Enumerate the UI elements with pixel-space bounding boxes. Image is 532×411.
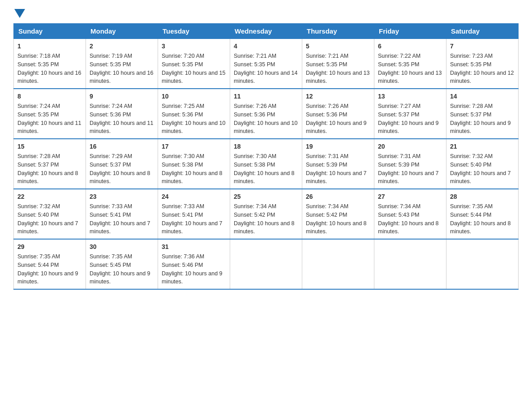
sunrise-label: Sunrise: 7:31 AM: [306, 153, 348, 159]
daylight-label: Daylight: 10 hours and 7 minutes.: [17, 220, 78, 235]
sunrise-label: Sunrise: 7:34 AM: [234, 203, 276, 210]
sunrise-label: Sunrise: 7:33 AM: [162, 203, 204, 210]
calendar-cell: 3Sunrise: 7:20 AMSunset: 5:35 PMDaylight…: [158, 39, 230, 89]
sunrise-label: Sunrise: 7:29 AM: [90, 153, 132, 159]
daylight-label: Daylight: 10 hours and 9 minutes.: [378, 120, 439, 135]
calendar-cell: 10Sunrise: 7:25 AMSunset: 5:36 PMDayligh…: [158, 89, 230, 139]
calendar-cell: 19Sunrise: 7:31 AMSunset: 5:39 PMDayligh…: [302, 139, 374, 189]
week-row-5: 29Sunrise: 7:35 AMSunset: 5:44 PMDayligh…: [14, 239, 519, 289]
sunset-label: Sunset: 5:43 PM: [378, 212, 419, 218]
day-number: 30: [90, 242, 154, 252]
sunrise-label: Sunrise: 7:33 AM: [90, 203, 132, 210]
column-header-thursday: Thursday: [302, 24, 374, 39]
sunset-label: Sunset: 5:41 PM: [162, 212, 203, 218]
sunrise-label: Sunrise: 7:21 AM: [306, 53, 348, 59]
daylight-label: Daylight: 10 hours and 13 minutes.: [378, 70, 442, 85]
day-number: 21: [450, 142, 515, 151]
logo-triangle-icon: [14, 9, 25, 18]
sunset-label: Sunset: 5:37 PM: [450, 111, 491, 118]
day-number: 26: [306, 192, 370, 201]
sunrise-label: Sunrise: 7:23 AM: [450, 53, 493, 59]
day-number: 31: [162, 242, 226, 252]
sunset-label: Sunset: 5:35 PM: [90, 61, 131, 68]
calendar-cell: 11Sunrise: 7:26 AMSunset: 5:36 PMDayligh…: [230, 89, 302, 139]
daylight-label: Daylight: 10 hours and 10 minutes.: [162, 120, 225, 135]
calendar-cell: 22Sunrise: 7:32 AMSunset: 5:40 PMDayligh…: [14, 189, 86, 239]
day-number: 25: [234, 192, 298, 201]
calendar-cell: 30Sunrise: 7:35 AMSunset: 5:45 PMDayligh…: [86, 239, 158, 289]
sunset-label: Sunset: 5:45 PM: [90, 262, 131, 268]
sunset-label: Sunset: 5:35 PM: [306, 61, 347, 68]
sunrise-label: Sunrise: 7:31 AM: [378, 153, 420, 159]
sunrise-label: Sunrise: 7:19 AM: [90, 53, 132, 59]
day-number: 14: [450, 92, 515, 101]
sunset-label: Sunset: 5:35 PM: [17, 61, 59, 68]
day-number: 1: [17, 42, 82, 51]
sunset-label: Sunset: 5:37 PM: [90, 162, 131, 168]
day-number: 6: [378, 42, 442, 51]
sunrise-label: Sunrise: 7:27 AM: [378, 103, 420, 109]
sunset-label: Sunset: 5:37 PM: [17, 162, 59, 168]
sunset-label: Sunset: 5:36 PM: [162, 111, 203, 118]
sunset-label: Sunset: 5:38 PM: [234, 162, 275, 168]
calendar-cell: 24Sunrise: 7:33 AMSunset: 5:41 PMDayligh…: [158, 189, 230, 239]
sunset-label: Sunset: 5:39 PM: [306, 162, 347, 168]
day-number: 18: [234, 142, 298, 151]
sunrise-label: Sunrise: 7:21 AM: [234, 53, 276, 59]
calendar-cell: 28Sunrise: 7:35 AMSunset: 5:44 PMDayligh…: [446, 189, 519, 239]
day-number: 28: [450, 192, 515, 201]
calendar-cell: [302, 239, 374, 289]
day-number: 27: [378, 192, 442, 201]
daylight-label: Daylight: 10 hours and 8 minutes.: [450, 220, 511, 235]
daylight-label: Daylight: 10 hours and 7 minutes.: [378, 170, 439, 185]
sunrise-label: Sunrise: 7:36 AM: [162, 253, 204, 260]
sunrise-label: Sunrise: 7:28 AM: [17, 153, 60, 159]
sunset-label: Sunset: 5:42 PM: [234, 212, 275, 218]
sunrise-label: Sunrise: 7:26 AM: [234, 103, 276, 109]
calendar-cell: 26Sunrise: 7:34 AMSunset: 5:42 PMDayligh…: [302, 189, 374, 239]
sunrise-label: Sunrise: 7:35 AM: [90, 253, 132, 260]
calendar-cell: 12Sunrise: 7:26 AMSunset: 5:36 PMDayligh…: [302, 89, 374, 139]
daylight-label: Daylight: 10 hours and 7 minutes.: [450, 170, 511, 185]
sunrise-label: Sunrise: 7:24 AM: [17, 103, 60, 109]
calendar-cell: 6Sunrise: 7:22 AMSunset: 5:35 PMDaylight…: [374, 39, 446, 89]
calendar-cell: [374, 239, 446, 289]
sunrise-label: Sunrise: 7:35 AM: [17, 253, 60, 260]
calendar-cell: 20Sunrise: 7:31 AMSunset: 5:39 PMDayligh…: [374, 139, 446, 189]
calendar-cell: 31Sunrise: 7:36 AMSunset: 5:46 PMDayligh…: [158, 239, 230, 289]
day-number: 2: [90, 42, 154, 51]
calendar-cell: 27Sunrise: 7:34 AMSunset: 5:43 PMDayligh…: [374, 189, 446, 239]
sunset-label: Sunset: 5:36 PM: [306, 111, 347, 118]
week-row-4: 22Sunrise: 7:32 AMSunset: 5:40 PMDayligh…: [14, 189, 519, 239]
day-number: 15: [17, 142, 82, 151]
logo-text: [13, 9, 25, 18]
sunrise-label: Sunrise: 7:25 AM: [162, 103, 204, 109]
sunrise-label: Sunrise: 7:30 AM: [162, 153, 204, 159]
sunset-label: Sunset: 5:41 PM: [90, 212, 131, 218]
day-number: 10: [162, 92, 226, 101]
daylight-label: Daylight: 10 hours and 16 minutes.: [17, 70, 81, 85]
sunrise-label: Sunrise: 7:26 AM: [306, 103, 348, 109]
column-header-sunday: Sunday: [14, 24, 86, 39]
sunrise-label: Sunrise: 7:34 AM: [306, 203, 348, 210]
daylight-label: Daylight: 10 hours and 9 minutes.: [90, 270, 150, 285]
sunset-label: Sunset: 5:39 PM: [378, 162, 419, 168]
calendar-cell: [446, 239, 519, 289]
sunset-label: Sunset: 5:35 PM: [450, 61, 491, 68]
column-header-friday: Friday: [374, 24, 446, 39]
day-number: 17: [162, 142, 226, 151]
daylight-label: Daylight: 10 hours and 9 minutes.: [450, 120, 511, 135]
daylight-label: Daylight: 10 hours and 8 minutes.: [17, 170, 78, 185]
day-number: 8: [17, 92, 82, 101]
daylight-label: Daylight: 10 hours and 16 minutes.: [90, 70, 153, 85]
daylight-label: Daylight: 10 hours and 7 minutes.: [162, 220, 223, 235]
daylight-label: Daylight: 10 hours and 8 minutes.: [234, 170, 295, 185]
calendar-cell: 8Sunrise: 7:24 AMSunset: 5:35 PMDaylight…: [14, 89, 86, 139]
sunset-label: Sunset: 5:40 PM: [17, 212, 59, 218]
daylight-label: Daylight: 10 hours and 12 minutes.: [450, 70, 514, 85]
sunset-label: Sunset: 5:36 PM: [234, 111, 275, 118]
sunset-label: Sunset: 5:46 PM: [162, 262, 203, 268]
sunset-label: Sunset: 5:37 PM: [378, 111, 419, 118]
day-number: 20: [378, 142, 442, 151]
sunset-label: Sunset: 5:35 PM: [162, 61, 203, 68]
